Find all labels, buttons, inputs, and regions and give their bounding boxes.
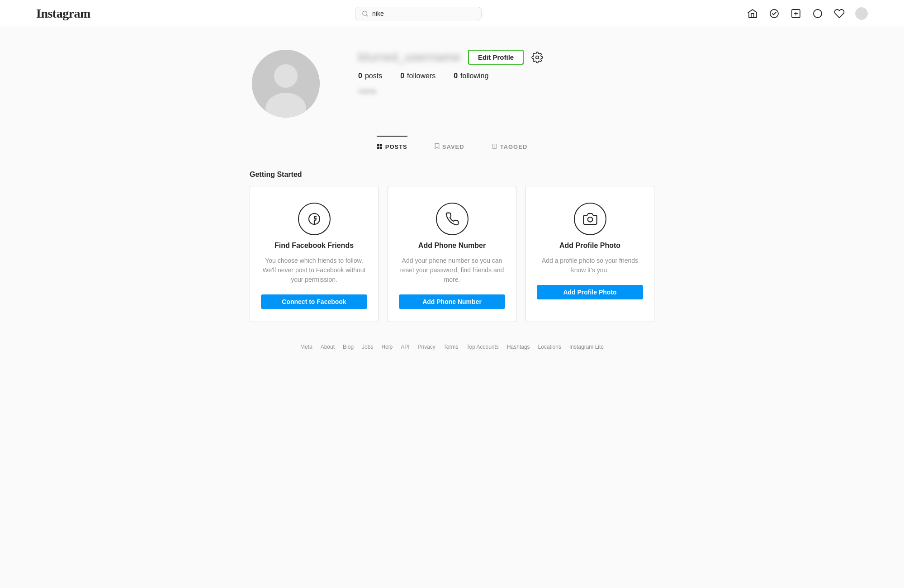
saved-icon xyxy=(435,143,440,151)
svg-marker-7 xyxy=(816,12,819,15)
cards-row: Find Facebook Friends You choose which f… xyxy=(250,186,654,322)
photo-card-icon xyxy=(574,203,606,235)
svg-rect-12 xyxy=(377,144,379,146)
facebook-card-title: Find Facebook Friends xyxy=(275,242,354,250)
tab-saved-label: SAVED xyxy=(442,143,464,150)
explore-icon[interactable] xyxy=(812,8,824,19)
activity-icon[interactable] xyxy=(833,8,845,19)
photo-card-title: Add Profile Photo xyxy=(559,242,620,250)
footer-links: Meta About Blog Jobs Help API Privacy Te… xyxy=(250,344,654,350)
add-phone-button[interactable]: Add Phone Number xyxy=(399,294,505,309)
search-input[interactable] xyxy=(372,10,475,17)
add-photo-button[interactable]: Add Profile Photo xyxy=(537,285,643,299)
profile-info: blurred_username Edit Profile 0 posts 0 … xyxy=(358,50,654,95)
home-icon[interactable] xyxy=(747,8,758,19)
settings-icon[interactable] xyxy=(531,51,544,64)
connect-facebook-button[interactable]: Connect to Facebook xyxy=(261,294,367,309)
svg-rect-15 xyxy=(380,147,382,149)
add-post-icon[interactable] xyxy=(790,8,802,19)
footer-meta[interactable]: Meta xyxy=(300,344,312,350)
facebook-card: Find Facebook Friends You choose which f… xyxy=(250,186,379,322)
profile-avatar-container xyxy=(250,50,322,118)
tagged-icon xyxy=(492,143,497,151)
following-label: following xyxy=(460,72,488,80)
svg-point-19 xyxy=(587,217,592,222)
followers-stat: 0 followers xyxy=(400,72,435,80)
svg-point-17 xyxy=(494,146,495,147)
posts-label: posts xyxy=(365,72,382,80)
photo-card: Add Profile Photo Add a profile photo so… xyxy=(525,186,654,322)
footer-terms[interactable]: Terms xyxy=(444,344,459,350)
main-content: blurred_username Edit Profile 0 posts 0 … xyxy=(241,27,663,368)
profile-tabs: POSTS SAVED TAGGED xyxy=(250,136,654,157)
profile-section: blurred_username Edit Profile 0 posts 0 … xyxy=(250,41,654,136)
footer-privacy[interactable]: Privacy xyxy=(417,344,435,350)
posts-count: 0 xyxy=(358,72,362,80)
footer-instagram-lite[interactable]: Instagram Lite xyxy=(569,344,604,350)
profile-avatar xyxy=(252,50,320,118)
search-icon xyxy=(362,10,369,17)
getting-started-title: Getting Started xyxy=(250,171,654,179)
profile-stats: 0 posts 0 followers 0 following xyxy=(358,72,654,80)
posts-grid-icon xyxy=(377,143,383,151)
search-bar xyxy=(355,7,482,20)
tab-posts-label: POSTS xyxy=(385,143,407,150)
profile-username: blurred_username xyxy=(358,50,461,64)
posts-stat: 0 posts xyxy=(358,72,382,80)
svg-rect-16 xyxy=(492,144,497,148)
footer: Meta About Blog Jobs Help API Privacy Te… xyxy=(250,331,654,368)
header: Instagram xyxy=(0,0,904,27)
profile-avatar-nav[interactable] xyxy=(855,7,868,20)
followers-label: followers xyxy=(407,72,435,80)
header-nav xyxy=(747,7,868,20)
svg-point-6 xyxy=(814,9,822,18)
svg-rect-14 xyxy=(377,147,379,149)
phone-card-title: Add Phone Number xyxy=(418,242,486,250)
phone-card-icon xyxy=(436,203,469,235)
profile-username-row: blurred_username Edit Profile xyxy=(358,50,654,65)
following-count: 0 xyxy=(454,72,458,80)
tab-tagged[interactable]: TAGGED xyxy=(492,136,528,157)
svg-rect-13 xyxy=(380,144,382,146)
followers-count: 0 xyxy=(400,72,404,80)
phone-card-desc: Add your phone number so you can reset y… xyxy=(399,256,505,285)
footer-locations[interactable]: Locations xyxy=(538,344,561,350)
tab-posts[interactable]: POSTS xyxy=(377,136,407,157)
footer-hashtags[interactable]: Hashtags xyxy=(507,344,530,350)
svg-line-1 xyxy=(366,14,368,16)
edit-profile-button[interactable]: Edit Profile xyxy=(468,50,524,65)
footer-about[interactable]: About xyxy=(321,344,335,350)
getting-started-section: Getting Started Find Facebook Friends Yo… xyxy=(250,157,654,331)
footer-top-accounts[interactable]: Top Accounts xyxy=(466,344,498,350)
svg-point-11 xyxy=(536,56,539,59)
footer-help[interactable]: Help xyxy=(381,344,393,350)
photo-card-desc: Add a profile photo so your friends know… xyxy=(537,256,643,275)
messenger-icon[interactable] xyxy=(768,8,780,19)
footer-blog[interactable]: Blog xyxy=(343,344,354,350)
footer-api[interactable]: API xyxy=(401,344,409,350)
instagram-logo[interactable]: Instagram xyxy=(36,6,90,21)
profile-fullname: name xyxy=(358,87,394,95)
tab-tagged-label: TAGGED xyxy=(500,143,528,150)
svg-point-9 xyxy=(274,64,298,88)
following-stat: 0 following xyxy=(454,72,488,80)
tab-saved[interactable]: SAVED xyxy=(435,136,464,157)
phone-card: Add Phone Number Add your phone number s… xyxy=(388,186,516,322)
facebook-card-icon xyxy=(298,203,331,235)
facebook-card-desc: You choose which friends to follow. We'l… xyxy=(261,256,367,285)
footer-jobs[interactable]: Jobs xyxy=(362,344,373,350)
